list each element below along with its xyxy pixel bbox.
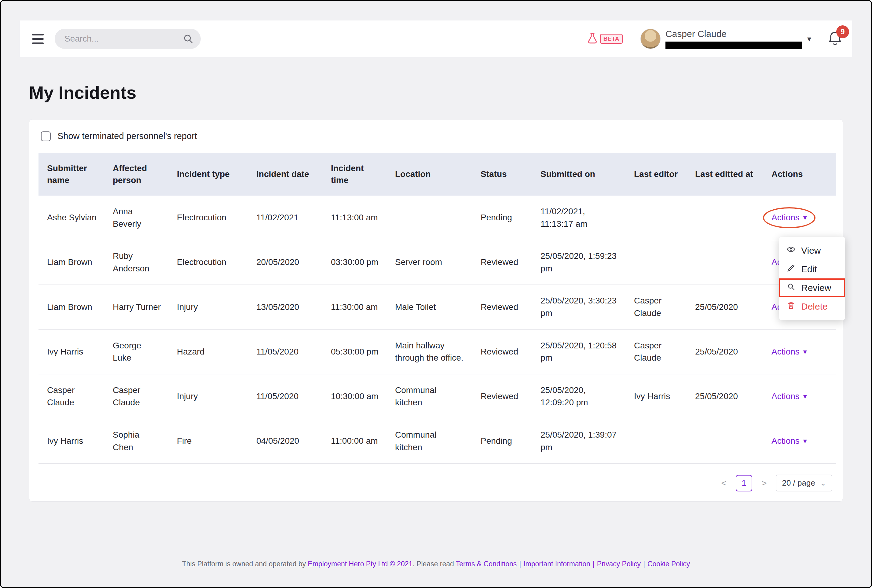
show-terminated-row: Show terminated personnel's report <box>41 131 833 141</box>
col-status: Status <box>472 153 532 196</box>
cell-status: Reviewed <box>472 330 532 374</box>
avatar[interactable] <box>640 29 661 49</box>
search-input[interactable] <box>55 34 201 44</box>
menu-item-delete[interactable]: Delete <box>779 297 845 316</box>
pagination: < 1 > 20 / page ⌄ <box>39 475 833 491</box>
cell-submitter-name: Casper Claude <box>39 374 104 419</box>
cell-location: Male Toilet <box>387 285 472 330</box>
next-page-button[interactable]: > <box>760 478 769 488</box>
cell-actions: Actions ▾ <box>763 330 836 374</box>
cell-incident-date: 20/05/2020 <box>248 240 322 285</box>
cell-location: Communal kitchen <box>387 419 472 463</box>
footer: This Platform is owned and operated by E… <box>1 560 871 568</box>
magnifier-icon <box>787 282 796 293</box>
table-row: Ivy Harris George Luke Hazard 11/05/2020… <box>39 330 836 374</box>
actions-button[interactable]: Actions ▾ <box>772 435 807 447</box>
top-bar: BETA Casper Claude ▾ 9 <box>20 21 852 57</box>
eye-icon <box>787 245 796 256</box>
actions-button[interactable]: Actions ▾ <box>772 212 807 224</box>
cell-location: Server room <box>387 240 472 285</box>
col-affected-person: Affected person <box>104 153 168 196</box>
cell-actions: Actions ▾ <box>763 419 836 463</box>
page-number-button[interactable]: 1 <box>736 475 752 491</box>
show-terminated-checkbox[interactable] <box>41 131 51 141</box>
col-incident-time: Incident time <box>322 153 387 196</box>
actions-button[interactable]: Actions ▾ <box>772 346 807 358</box>
cell-submitter-name: Liam Brown <box>39 240 104 285</box>
cell-last-editor <box>625 419 686 463</box>
beta-feature-toggle[interactable]: BETA <box>586 32 623 46</box>
cell-last-editor <box>625 196 686 240</box>
footer-link-terms[interactable]: Terms & Conditions <box>456 560 517 568</box>
table-row: Ashe Sylvian Anna Beverly Electrocution … <box>39 196 836 240</box>
search-icon <box>183 33 194 46</box>
footer-link-company[interactable]: Employment Hero Pty Ltd © 2021 <box>308 560 412 568</box>
cell-submitted-on: 11/02/2021, 11:13:17 am <box>532 196 625 240</box>
search-box <box>55 29 201 49</box>
menu-item-view[interactable]: View <box>779 241 845 260</box>
footer-separator: | <box>519 560 521 568</box>
cell-last-edited-at: 25/05/2020 <box>686 330 763 374</box>
incidents-table: Submitter name Affected person Incident … <box>39 153 836 464</box>
redacted-text <box>665 42 802 49</box>
user-block[interactable]: Casper Claude <box>665 29 802 49</box>
cell-incident-date: 11/05/2020 <box>248 330 322 374</box>
notification-count-badge: 9 <box>836 26 849 38</box>
actions-button[interactable]: Actions ▾ <box>772 390 807 403</box>
beta-badge: BETA <box>600 34 623 44</box>
cell-submitter-name: Ivy Harris <box>39 419 104 463</box>
col-incident-type: Incident type <box>168 153 248 196</box>
page-size-select[interactable]: 20 / page ⌄ <box>776 475 832 491</box>
cell-incident-time: 05:30:00 pm <box>322 330 387 374</box>
cell-incident-date: 04/05/2020 <box>248 419 322 463</box>
notifications-button[interactable]: 9 <box>827 30 843 47</box>
bell-icon <box>827 42 843 47</box>
cell-last-editor: Casper Claude <box>625 330 686 374</box>
cell-last-edited-at <box>686 419 763 463</box>
cell-incident-time: 11:30:00 am <box>322 285 387 330</box>
cell-status: Reviewed <box>472 374 532 419</box>
footer-text: This Platform is owned and operated by <box>182 560 308 568</box>
caret-down-icon: ▾ <box>803 346 807 357</box>
cell-last-edited-at <box>686 196 763 240</box>
incidents-card: Show terminated personnel's report Submi… <box>29 119 843 501</box>
cell-status: Pending <box>472 419 532 463</box>
cell-status: Reviewed <box>472 240 532 285</box>
cell-status: Reviewed <box>472 285 532 330</box>
cell-submitter-name: Ashe Sylvian <box>39 196 104 240</box>
footer-link-important[interactable]: Important Information <box>523 560 590 568</box>
app-window: BETA Casper Claude ▾ 9 My Incidents Show… <box>0 0 872 588</box>
cell-affected-person: Harry Turner <box>104 285 168 330</box>
cell-incident-time: 11:00:00 am <box>322 419 387 463</box>
chevron-down-icon[interactable]: ▾ <box>807 34 811 44</box>
cell-affected-person: Ruby Anderson <box>104 240 168 285</box>
cell-actions: Actions ▾ <box>763 196 836 240</box>
cell-incident-date: 11/02/2021 <box>248 196 322 240</box>
table-header-row: Submitter name Affected person Incident … <box>39 153 836 196</box>
select-caret-icon: ⌄ <box>820 479 826 488</box>
cell-location: Main hallway through the office. <box>387 330 472 374</box>
caret-down-icon: ▾ <box>803 391 807 402</box>
footer-link-cookie[interactable]: Cookie Policy <box>647 560 690 568</box>
cell-incident-time: 11:13:00 am <box>322 196 387 240</box>
caret-down-icon: ▾ <box>803 436 807 447</box>
cell-incident-type: Injury <box>168 285 248 330</box>
cell-incident-type: Injury <box>168 374 248 419</box>
show-terminated-label: Show terminated personnel's report <box>57 131 197 141</box>
cell-incident-type: Fire <box>168 419 248 463</box>
menu-item-review[interactable]: Review <box>779 278 845 297</box>
footer-separator: | <box>593 560 595 568</box>
cell-submitted-on: 25/05/2020, 1:59:23 pm <box>532 240 625 285</box>
prev-page-button[interactable]: < <box>719 478 728 488</box>
cell-submitted-on: 25/05/2020, 1:20:58 pm <box>532 330 625 374</box>
cell-location <box>387 196 472 240</box>
menu-item-edit[interactable]: Edit <box>779 260 845 278</box>
actions-dropdown-menu: View Edit Review <box>779 237 845 320</box>
caret-down-icon: ▾ <box>803 212 807 223</box>
user-name: Casper Claude <box>665 29 802 39</box>
footer-text: . Please read <box>412 560 456 568</box>
hamburger-menu-icon[interactable] <box>30 32 45 46</box>
col-location: Location <box>387 153 472 196</box>
footer-link-privacy[interactable]: Privacy Policy <box>597 560 641 568</box>
trash-icon <box>787 301 796 312</box>
